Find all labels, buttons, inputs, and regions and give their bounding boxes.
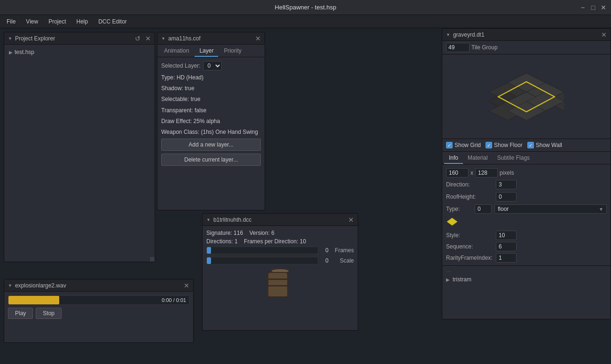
audio-close-button[interactable]: ✕: [184, 282, 189, 289]
play-button[interactable]: Play: [8, 308, 33, 319]
delete-layer-button[interactable]: Delete current layer...: [161, 154, 261, 166]
tab-info[interactable]: Info: [444, 153, 463, 164]
frames-progress-bar[interactable]: [206, 247, 318, 254]
add-layer-button[interactable]: Add a new layer...: [161, 139, 261, 151]
tileset-panel: ▼ graveyrd.dt1 ✕ Tile Group: [442, 28, 611, 319]
roof-height-label: RoofHeight:: [446, 194, 493, 200]
cof-header[interactable]: ▼ ama11hs.cof ✕: [157, 32, 265, 45]
menu-dcc-editor[interactable]: DCC Editor: [94, 16, 132, 27]
x-label: x: [470, 170, 473, 176]
tree-item-label: test.hsp: [15, 49, 34, 55]
diamond-svg: [446, 217, 458, 226]
menu-file[interactable]: File: [2, 16, 20, 27]
style-label: Style:: [446, 232, 493, 239]
type-select-value: floor: [498, 206, 597, 212]
style-row: Style:: [442, 230, 611, 241]
tileset-header[interactable]: ▼ graveyrd.dt1 ✕: [442, 29, 611, 41]
cof-title: ama11hs.cof: [168, 35, 252, 42]
tab-priority[interactable]: Priority: [219, 46, 246, 57]
tile-preview-area: [442, 54, 611, 139]
audio-controls: Play Stop: [8, 308, 189, 319]
list-item-label: tristram: [453, 276, 471, 283]
tileset-close-button[interactable]: ✕: [601, 31, 607, 38]
audio-title: explosionlarge2.wav: [15, 282, 181, 289]
tab-subtile-flags[interactable]: Subtile Flags: [493, 153, 534, 164]
pixels-label: pixels: [500, 170, 514, 176]
tileset-title: graveyrd.dt1: [453, 31, 598, 38]
project-explorer-header[interactable]: ▼ Project Explorer ↺ ✕: [4, 32, 155, 45]
style-input[interactable]: [496, 231, 517, 240]
minimize-button[interactable]: −: [579, 4, 587, 11]
show-wall-checkbox[interactable]: ✓ Show Wall: [527, 142, 562, 148]
refresh-button[interactable]: ↺: [133, 34, 142, 43]
roof-height-input[interactable]: [496, 192, 517, 201]
scale-progress-bar[interactable]: [206, 257, 318, 264]
dcc-title: b1trlitnuhth.dcc: [213, 217, 345, 223]
menu-project[interactable]: Project: [44, 16, 70, 27]
cof-panel: ▼ ama11hs.cof ✕ Animation Layer Priority…: [157, 32, 265, 210]
tree-item-test-hsp[interactable]: ▶ test.hsp: [6, 47, 153, 57]
type-row: Type: floor ▼: [442, 203, 611, 215]
barrel-body-icon: [267, 272, 288, 297]
menu-view[interactable]: View: [21, 16, 43, 27]
tile-group-input[interactable]: [446, 43, 470, 52]
direction-label: Direction:: [446, 181, 493, 188]
frames-progress-label: Frames: [331, 247, 354, 254]
project-explorer-title: Project Explorer: [15, 35, 130, 42]
show-grid-checkbox[interactable]: ✓ Show Grid: [446, 142, 481, 148]
dcc-close-button[interactable]: ✕: [348, 217, 354, 223]
resize-handle[interactable]: [150, 257, 155, 262]
check-icon-3: ✓: [529, 143, 533, 148]
ver-value: 6: [271, 230, 274, 236]
show-floor-checkbox[interactable]: ✓ Show Floor: [486, 142, 523, 148]
list-item-tristram[interactable]: ▶ tristram: [442, 274, 611, 285]
cof-close-button[interactable]: ✕: [255, 35, 261, 42]
frames-progress-fill: [207, 247, 211, 254]
audio-header[interactable]: ▼ explosionlarge2.wav ✕: [4, 279, 193, 292]
audio-time-display: 0:00 / 0:01: [162, 297, 186, 303]
sequence-label: Sequence:: [446, 243, 493, 250]
direction-input[interactable]: [496, 180, 517, 189]
show-floor-label: Show Floor: [494, 142, 523, 148]
audio-panel: ▼ explosionlarge2.wav ✕ 0:00 / 0:01 Play…: [4, 279, 194, 343]
dcc-body: Signature: 116 Version: 6 Directions: 1 …: [203, 226, 358, 310]
cof-collapse-icon: ▼: [161, 36, 165, 41]
tab-material[interactable]: Material: [463, 153, 493, 164]
sequence-row: Sequence:: [442, 241, 611, 252]
frames-progress-value: 0: [321, 247, 329, 254]
project-explorer-close-button[interactable]: ✕: [145, 35, 151, 42]
tile-grid: [489, 73, 564, 120]
audio-body: 0:00 / 0:01 Play Stop: [4, 292, 193, 323]
tab-layer[interactable]: Layer: [195, 46, 218, 57]
scale-progress-fill: [207, 257, 211, 264]
bottom-list: ... ▶ tristram: [442, 265, 611, 285]
bottom-list-header: ...: [442, 266, 611, 274]
rarity-input[interactable]: [496, 253, 517, 263]
check-icon-2: ✓: [487, 143, 491, 148]
fpd-label: Frames per Direction:: [244, 238, 298, 245]
prop-weapon-class: Weapon Class: (1hs) One Hand Swing: [161, 128, 261, 137]
stop-button[interactable]: Stop: [36, 308, 62, 319]
scale-progress-row: 0 Scale: [206, 257, 354, 264]
size-row: x pixels: [442, 164, 611, 178]
selected-layer-select[interactable]: 0: [203, 61, 222, 70]
menu-help[interactable]: Help: [72, 16, 93, 27]
audio-total-time: 0:01: [176, 297, 186, 303]
dcc-preview-area: [206, 268, 354, 306]
barrel-container: [267, 272, 293, 302]
sequence-input[interactable]: [496, 242, 517, 251]
close-button[interactable]: ✕: [600, 4, 607, 11]
tab-animation[interactable]: Animation: [159, 46, 194, 57]
dcc-panel: ▼ b1trlitnuhth.dcc ✕ Signature: 116 Vers…: [202, 213, 358, 331]
show-floor-box: ✓: [486, 142, 492, 148]
width-input[interactable]: [446, 168, 469, 178]
cof-tab-bar: Animation Layer Priority: [157, 45, 265, 57]
maximize-button[interactable]: □: [589, 4, 597, 11]
fpd-value: 10: [300, 238, 306, 245]
dcc-header[interactable]: ▼ b1trlitnuhth.dcc ✕: [203, 214, 358, 226]
audio-progress-bar[interactable]: 0:00 / 0:01: [8, 295, 189, 305]
tile-preview-svg: [489, 69, 564, 125]
height-input[interactable]: [475, 168, 498, 178]
type-select[interactable]: floor ▼: [494, 204, 607, 214]
type-input[interactable]: [475, 204, 492, 214]
